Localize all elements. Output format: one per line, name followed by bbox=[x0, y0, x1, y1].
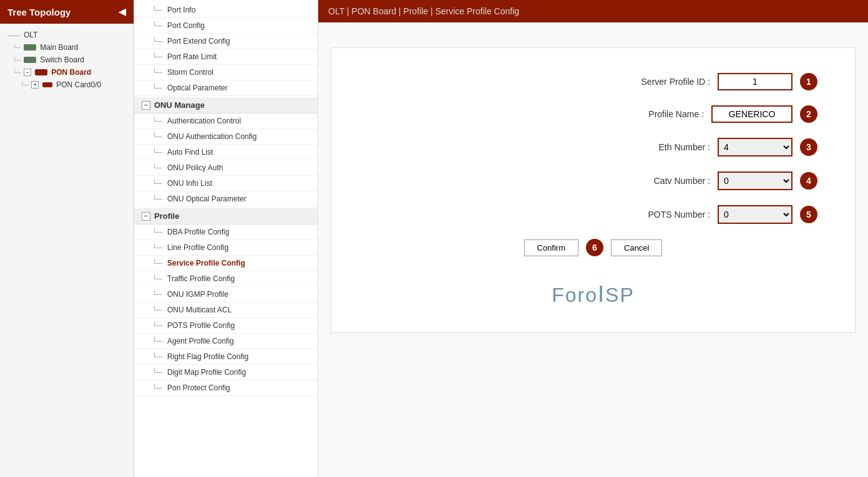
nav-item-line-profile-config[interactable]: └─ Line Profile Config bbox=[134, 240, 318, 256]
nav-item-port-info[interactable]: └─ Port Info bbox=[134, 2, 318, 18]
nav-label-storm-control: Storm Control bbox=[167, 68, 213, 77]
logo-dot: I bbox=[598, 281, 605, 307]
nav-item-storm-control[interactable]: └─ Storm Control bbox=[134, 65, 318, 80]
nav-label-onu-optical-parameter: ONU Optical Parameter bbox=[167, 195, 246, 203]
nav-item-onu-policy-auth[interactable]: └─ ONU Policy Auth bbox=[134, 160, 318, 176]
nav-item-right-flag-profile-config[interactable]: └─ Right Flag Profile Config bbox=[134, 349, 318, 365]
nav-section-onu-manage: − ONU Manage └─ Authentication Control └… bbox=[134, 97, 318, 207]
nav-label-onu-info-list: ONU Info List bbox=[167, 179, 212, 188]
nav-dash: └─ bbox=[152, 228, 162, 236]
nav-item-onu-optical-parameter[interactable]: └─ ONU Optical Parameter bbox=[134, 191, 318, 207]
nav-item-optical-parameter[interactable]: └─ Optical Parameter bbox=[134, 80, 318, 96]
form-row-pots-number: POTS Number : 0 1 2 5 bbox=[369, 205, 817, 224]
expand-onu-manage[interactable]: − bbox=[142, 101, 150, 110]
nav-item-service-profile-config[interactable]: └─ Service Profile Config bbox=[134, 256, 318, 271]
tree-item-olt[interactable]: —— OLT bbox=[0, 29, 134, 41]
tree-label-main-board: Main Board bbox=[40, 43, 78, 52]
tree-item-pon-board[interactable]: └─ − PON Board bbox=[0, 66, 134, 79]
nav-item-traffic-profile-config[interactable]: └─ Traffic Profile Config bbox=[134, 271, 318, 287]
label-catv-number: Catv Number : bbox=[610, 176, 710, 186]
content-area: OLT | PON Board | Profile | Service Prof… bbox=[318, 0, 868, 477]
form-row-server-profile-id: Server Profile ID : 1 bbox=[369, 73, 817, 90]
nav-item-onu-igmp-profile[interactable]: └─ ONU IGMP Profile bbox=[134, 287, 318, 302]
nav-section-title-profile: Profile bbox=[154, 211, 179, 221]
tree-item-main-board[interactable]: └─ Main Board bbox=[0, 41, 134, 54]
cancel-button[interactable]: Cancel bbox=[611, 239, 662, 256]
nav-panel: └─ Port Info └─ Port Config └─ Port Exte… bbox=[134, 0, 318, 477]
nav-dash: └─ bbox=[152, 306, 162, 314]
nav-item-onu-info-list[interactable]: └─ ONU Info List bbox=[134, 176, 318, 191]
nav-item-pots-profile-config[interactable]: └─ POTS Profile Config bbox=[134, 318, 318, 334]
nav-label-port-info: Port Info bbox=[167, 6, 195, 14]
nav-item-onu-auth-config[interactable]: └─ ONU Authentication Config bbox=[134, 129, 318, 145]
nav-dash: └─ bbox=[152, 37, 162, 46]
nav-item-digit-map-profile-config[interactable]: └─ Digit Map Profile Config bbox=[134, 365, 318, 380]
nav-item-dba-profile-config[interactable]: └─ DBA Profile Config bbox=[134, 224, 318, 240]
input-profile-name[interactable] bbox=[711, 105, 792, 123]
nav-dash: └─ bbox=[152, 6, 162, 14]
sidebar-title: Tree Topology bbox=[7, 7, 71, 17]
nav-dash: └─ bbox=[152, 352, 162, 361]
tree-label-pon-board: PON Board bbox=[51, 68, 91, 77]
tree-label-pon-card: PON Card0/0 bbox=[56, 80, 101, 89]
nav-section-port: └─ Port Info └─ Port Config └─ Port Exte… bbox=[134, 2, 318, 96]
nav-section-title-onu-manage: ONU Manage bbox=[154, 100, 205, 110]
form-row-eth-number: Eth Number : 0 1 2 3 4 5 6 7 8 3 bbox=[369, 138, 817, 157]
nav-item-onu-multicast-acl[interactable]: └─ ONU Multicast ACL bbox=[134, 302, 318, 318]
nav-dash: └─ bbox=[152, 52, 162, 61]
nav-dash: └─ bbox=[152, 243, 162, 252]
nav-item-port-rate-limit[interactable]: └─ Port Rate Limit bbox=[134, 49, 318, 65]
nav-dash: └─ bbox=[152, 368, 162, 377]
nav-item-pon-protect-config[interactable]: └─ Pon Protect Config bbox=[134, 380, 318, 396]
tree-label-switch-board: Switch Board bbox=[40, 55, 84, 64]
nav-dash: └─ bbox=[152, 179, 162, 188]
nav-dash: └─ bbox=[152, 148, 162, 157]
form-row-catv-number: Catv Number : 0 1 2 4 bbox=[369, 171, 817, 190]
nav-dash: └─ bbox=[152, 195, 162, 203]
step-badge-4: 4 bbox=[800, 172, 817, 190]
select-pots-number[interactable]: 0 1 2 bbox=[718, 205, 792, 224]
expand-profile[interactable]: − bbox=[142, 212, 150, 221]
nav-label-port-config: Port Config bbox=[167, 21, 205, 30]
nav-label-agent-profile-config: Agent Profile Config bbox=[167, 337, 234, 345]
form-area: Server Profile ID : 1 Profile Name : 2 bbox=[318, 22, 868, 477]
label-profile-name: Profile Name : bbox=[604, 109, 704, 119]
nav-item-authentication-control[interactable]: └─ Authentication Control bbox=[134, 113, 318, 129]
logo-prefix: Foro bbox=[552, 284, 598, 306]
tree-item-pon-card[interactable]: └─ + PON Card0/0 bbox=[0, 79, 134, 91]
nav-dash: └─ bbox=[152, 21, 162, 30]
nav-label-pots-profile-config: POTS Profile Config bbox=[167, 321, 235, 330]
step-badge-2: 2 bbox=[800, 105, 817, 123]
sidebar-arrow-icon[interactable]: ◀ bbox=[119, 6, 126, 17]
nav-section-profile: − Profile └─ DBA Profile Config └─ Line … bbox=[134, 208, 318, 396]
nav-item-port-extend-config[interactable]: └─ Port Extend Config bbox=[134, 34, 318, 49]
logo-area: ForoISP bbox=[369, 281, 817, 307]
nav-label-authentication-control: Authentication Control bbox=[167, 117, 241, 125]
breadcrumb: OLT | PON Board | Profile | Service Prof… bbox=[318, 0, 868, 22]
input-server-profile-id[interactable] bbox=[718, 73, 792, 90]
nav-item-agent-profile-config[interactable]: └─ Agent Profile Config bbox=[134, 334, 318, 349]
card-icon-pon bbox=[42, 82, 52, 87]
label-pots-number: POTS Number : bbox=[610, 210, 710, 219]
select-catv-number[interactable]: 0 1 2 bbox=[718, 171, 792, 190]
nav-section-header-profile[interactable]: − Profile bbox=[134, 208, 318, 224]
nav-dash: └─ bbox=[152, 84, 162, 92]
nav-dash: └─ bbox=[152, 321, 162, 330]
nav-item-auto-find-list[interactable]: └─ Auto Find List bbox=[134, 145, 318, 160]
nav-item-port-config[interactable]: └─ Port Config bbox=[134, 18, 318, 34]
nav-dash: └─ bbox=[152, 290, 162, 299]
nav-label-port-rate-limit: Port Rate Limit bbox=[167, 52, 217, 61]
expand-pon-board[interactable]: − bbox=[24, 69, 31, 76]
tree-item-switch-board[interactable]: └─ Switch Board bbox=[0, 54, 134, 66]
select-eth-number[interactable]: 0 1 2 3 4 5 6 7 8 bbox=[718, 138, 792, 157]
nav-label-digit-map-profile-config: Digit Map Profile Config bbox=[167, 368, 246, 377]
expand-pon-card[interactable]: + bbox=[31, 81, 39, 89]
form-row-profile-name: Profile Name : 2 bbox=[369, 105, 817, 123]
sidebar: Tree Topology ◀ —— OLT └─ Main Board └─ bbox=[0, 0, 134, 477]
nav-dash: └─ bbox=[152, 274, 162, 283]
confirm-button[interactable]: Confirm bbox=[524, 239, 579, 256]
step-badge-5: 5 bbox=[800, 206, 817, 223]
nav-label-pon-protect-config: Pon Protect Config bbox=[167, 383, 230, 392]
nav-dash: └─ bbox=[152, 383, 162, 392]
nav-section-header-onu-manage[interactable]: − ONU Manage bbox=[134, 97, 318, 113]
